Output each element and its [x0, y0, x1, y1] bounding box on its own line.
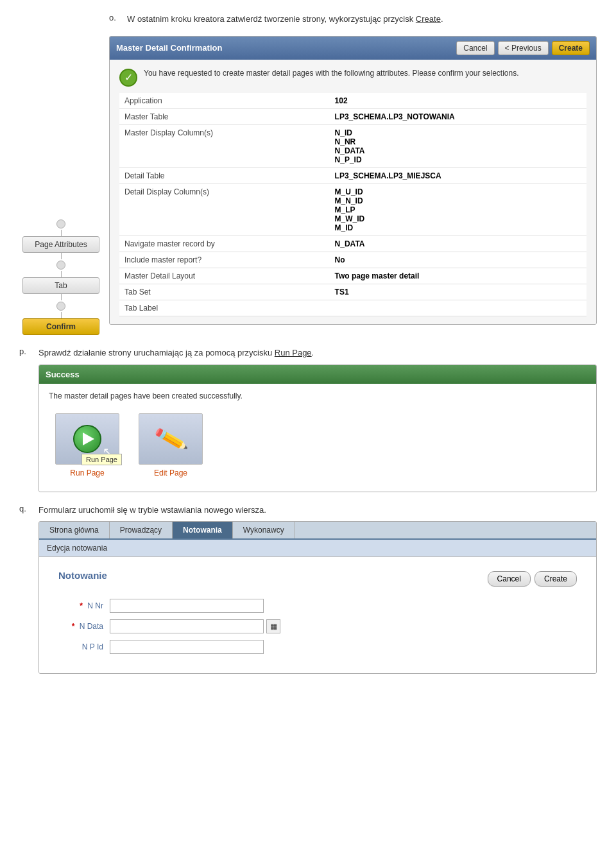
row-label: Detail Display Column(s) [119, 184, 330, 236]
connector-1 [61, 230, 62, 236]
success-body: The master detail pages have been create… [39, 384, 596, 492]
run-page-label[interactable]: Run Page [70, 468, 104, 477]
mdc-cancel-button[interactable]: Cancel [456, 41, 494, 55]
form-field-row: N P Id [58, 640, 577, 654]
tab-item[interactable]: Prowadzący [110, 522, 173, 538]
tab-button[interactable]: Tab [22, 277, 99, 294]
connector-4 [61, 294, 62, 300]
required-marker: * [72, 622, 77, 631]
play-triangle-icon [83, 433, 94, 445]
edit-page-label[interactable]: Edit Page [154, 468, 187, 477]
run-page-highlight: Run Page [275, 348, 312, 357]
step-q-section: q. Formularz uruchomił się w trybie wsta… [19, 504, 597, 674]
form-field-label: * N Data [58, 622, 110, 631]
run-page-tooltip: Run Page [81, 454, 122, 465]
step-p-label: p. [19, 347, 32, 492]
success-icons: ↖ Run Page Run Page ✏️ Edit Page [49, 410, 586, 484]
row-label: Detail Table [119, 168, 330, 184]
create-highlight: Create [416, 14, 441, 24]
edit-page-icon-box: ✏️ [139, 413, 203, 465]
table-row: Master Detail LayoutTwo page master deta… [119, 268, 586, 284]
table-row: Master Display Column(s)N_ID N_NR N_DATA… [119, 125, 586, 168]
success-box: Success The master detail pages have bee… [38, 365, 597, 492]
edit-page-icon-item[interactable]: ✏️ Edit Page [139, 413, 203, 477]
pencil-body-icon: ✏️ [153, 421, 189, 456]
table-row: Master TableLP3_SCHEMA.LP3_NOTOWANIA [119, 108, 586, 125]
table-row: Include master report?No [119, 252, 586, 268]
connector-2 [61, 253, 62, 259]
form-cancel-button[interactable]: Cancel [488, 571, 531, 587]
form-create-button[interactable]: Create [535, 571, 577, 587]
run-page-circle [73, 425, 101, 453]
row-value: LP3_SCHEMA.LP3_NOTOWANIA [330, 108, 586, 125]
table-row: Tab Label [119, 300, 586, 316]
mdc-previous-button[interactable]: < Previous [498, 41, 549, 55]
mdc-title: Master Detail Confirmation [116, 43, 222, 53]
success-msg: The master detail pages have been create… [49, 391, 586, 400]
form-input-field[interactable] [110, 640, 264, 654]
success-header: Success [39, 365, 596, 384]
mdc-info-text: You have requested to create master deta… [144, 67, 519, 79]
form-section-title: Notowanie [58, 570, 107, 581]
row-label: Application [119, 93, 330, 109]
mdc-info-row: ✓ You have requested to create master de… [119, 67, 586, 87]
table-row: Navigate master record byN_DATA [119, 236, 586, 252]
run-page-icon-item[interactable]: ↖ Run Page Run Page [55, 413, 119, 477]
row-label: Master Detail Layout [119, 268, 330, 284]
mdc-body: ✓ You have requested to create master de… [110, 60, 596, 324]
page-attributes-button[interactable]: Page Attributes [22, 236, 99, 253]
label-text: N Nr [87, 601, 103, 610]
row-label: Include master report? [119, 252, 330, 268]
mdc-create-button[interactable]: Create [552, 41, 590, 55]
step-o-section: Page Attributes Tab Confirm o. W ostatni… [19, 13, 597, 335]
row-label: Master Display Column(s) [119, 125, 330, 168]
left-sidebar: Page Attributes Tab Confirm [19, 13, 109, 335]
form-input-field[interactable] [110, 619, 264, 633]
row-value: M_U_ID M_N_ID M_LP M_W_ID M_ID [330, 184, 586, 236]
tab-item[interactable]: Notowania [173, 522, 233, 538]
app-subheader: Edycja notowania [39, 540, 596, 557]
label-text: N P Id [82, 642, 103, 651]
row-label: Master Table [119, 108, 330, 125]
step-o-label: o. [109, 13, 122, 31]
step-p-content: Sprawdź działanie strony uruchamiając ją… [38, 347, 597, 492]
form-input-field[interactable] [110, 599, 264, 613]
table-row: Detail TableLP3_SCHEMA.LP3_MIEJSCA [119, 168, 586, 184]
row-value: No [330, 252, 586, 268]
form-field-label: N P Id [58, 642, 110, 651]
check-icon: ✓ [119, 69, 137, 87]
input-with-calendar: ▦ [110, 619, 280, 633]
sidebar-circle-2 [56, 261, 65, 270]
form-field-row: * N Data▦ [58, 619, 577, 633]
row-value: N_ID N_NR N_DATA N_P_ID [330, 125, 586, 168]
table-row: Tab SetTS1 [119, 284, 586, 300]
row-value: N_DATA [330, 236, 586, 252]
confirm-button[interactable]: Confirm [22, 318, 99, 335]
form-field-row: * N Nr [58, 599, 577, 613]
mdc-header: Master Detail Confirmation Cancel < Prev… [110, 37, 596, 60]
mdc-table: Application102Master TableLP3_SCHEMA.LP3… [119, 93, 586, 316]
step-p-text: Sprawdź działanie strony uruchamiając ją… [38, 347, 597, 359]
table-row: Detail Display Column(s)M_U_ID M_N_ID M_… [119, 184, 586, 236]
row-label: Navigate master record by [119, 236, 330, 252]
tab-item[interactable]: Wykonawcy [233, 522, 295, 538]
form-buttons: Cancel Create [488, 571, 577, 587]
step-o-right: o. W ostatnim kroku kreatora zatwierdź t… [109, 13, 597, 335]
row-label: Tab Set [119, 284, 330, 300]
tab-item[interactable]: Strona główna [39, 522, 110, 538]
mdc-box: Master Detail Confirmation Cancel < Prev… [109, 36, 597, 325]
app-body: Notowanie Cancel Create * N Nr* N Data▦N… [39, 557, 596, 673]
mdc-header-buttons: Cancel < Previous Create [456, 41, 590, 55]
calendar-icon[interactable]: ▦ [266, 619, 280, 633]
sidebar-circle-1 [56, 219, 65, 228]
sidebar-circle-3 [56, 302, 65, 311]
form-title-row: Notowanie Cancel Create [58, 570, 577, 587]
app-box: Strona głównaProwadzącyNotowaniaWykonawc… [38, 521, 597, 674]
row-label: Tab Label [119, 300, 330, 316]
row-value [330, 300, 586, 316]
step-q-label: q. [19, 504, 32, 674]
form-field-label: * N Nr [58, 601, 110, 610]
form-fields: * N Nr* N Data▦N P Id [58, 599, 577, 654]
tab-bar: Strona głównaProwadzącyNotowaniaWykonawc… [39, 522, 596, 540]
label-text: N Data [80, 622, 103, 631]
